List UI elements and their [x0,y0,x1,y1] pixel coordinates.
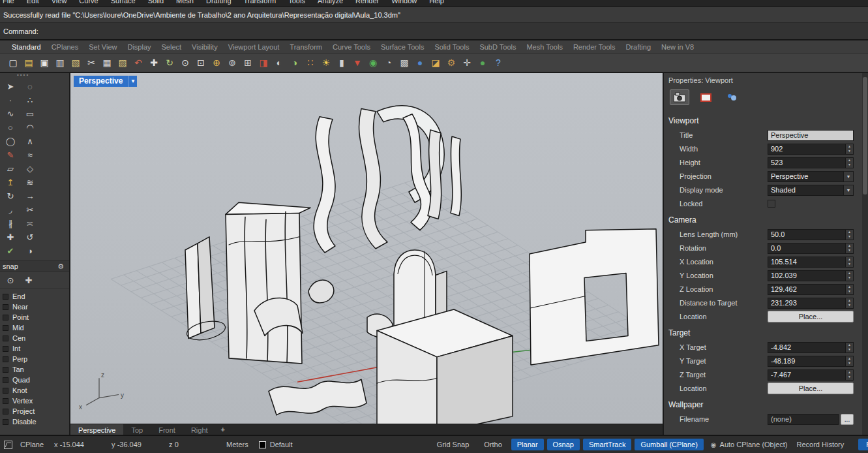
model-shape[interactable] [530,229,659,365]
toolbar-tab[interactable]: Viewport Layout [223,43,285,51]
ellipse-icon[interactable]: ◯ [1,134,20,148]
lasso-icon[interactable]: ◌ [21,80,39,93]
rotate-view-icon[interactable]: ↻ [162,55,177,70]
print-icon[interactable]: ▥ [52,55,68,70]
panel-scrollbar[interactable] [862,73,868,435]
display-mode-dropdown[interactable]: Shaded▼ [768,185,854,196]
command-history[interactable]: Successfully read file "C:\Users\loure\O… [0,7,868,23]
trim-icon[interactable]: ✂ [21,203,39,217]
surface-icon[interactable]: ▱ [1,162,20,176]
menu-item[interactable]: Tools [288,0,305,5]
cplane-grid-icon[interactable] [4,441,12,449]
menu-item[interactable]: Surface [111,0,136,5]
y-location-spinner[interactable]: ▲▼ [845,271,853,281]
osnap-item[interactable]: Knot [0,385,69,396]
target-place-button[interactable]: Place... [768,383,854,394]
circle-icon[interactable]: ○ [1,121,20,134]
layer-wedge-icon[interactable]: ▼ [350,55,365,70]
x-target-field[interactable]: -4.842▲▼ [768,342,854,353]
toolbar-tab[interactable]: Render Tools [568,43,621,51]
undo-icon[interactable]: ↶ [130,55,146,70]
camera-place-button[interactable]: Place... [768,311,854,322]
earth-icon[interactable]: ● [475,55,490,70]
copy-icon[interactable]: ▦ [99,55,115,70]
help-icon[interactable]: ? [490,55,506,70]
checkbox-icon[interactable] [3,325,8,331]
osnap-item[interactable]: Disable [0,416,69,427]
toolbar-tab[interactable]: New in V8 [656,43,699,51]
project-toggle-icon[interactable]: ✚ [20,273,38,287]
checkbox-icon[interactable] [3,336,8,341]
viewport-title[interactable]: Perspective [74,76,128,87]
viewport-canvas[interactable]: z y x [70,73,663,424]
viewport-rect-icon[interactable] [696,89,715,105]
z-target-spinner[interactable]: ▲▼ [845,370,853,380]
toolbar-tab[interactable]: Display [122,43,156,51]
toolbar-tab[interactable]: Mesh Tools [521,43,567,51]
rotation-field[interactable]: 0.0▲▼ [768,243,854,254]
model-shape[interactable] [198,237,215,334]
menu-item[interactable]: Window [391,0,417,5]
x-location-field[interactable]: 105.514▲▼ [768,257,854,268]
projection-dropdown[interactable]: Perspective▼ [768,171,854,182]
z-location-spinner[interactable]: ▲▼ [845,285,853,294]
display-mode-icon[interactable]: ◨ [256,55,271,70]
scrollbar-thumb[interactable] [863,77,867,195]
lens-spinner[interactable]: ▲▼ [845,230,853,240]
toolbar-tab[interactable]: Standard [7,43,46,51]
wireframe-icon[interactable]: ◐ [271,55,287,70]
lens-field[interactable]: 50.0▲▼ [768,229,854,240]
checkbox-icon[interactable] [3,377,8,383]
width-spinner[interactable]: ▲▼ [845,144,853,154]
color-wheel-icon[interactable]: ◉ [365,55,381,70]
viewport-tab[interactable]: Right [183,424,216,435]
check-icon[interactable]: ✔ [1,244,20,258]
osnap-item[interactable]: Perp [0,354,69,364]
model-shape[interactable] [269,379,367,415]
rectangle-icon[interactable]: ▭ [21,107,39,121]
menu-item[interactable]: File [3,0,14,5]
lightbulb-icon[interactable]: ☀ [318,55,334,70]
pan-hand-icon[interactable]: ✚ [146,55,162,70]
checkbox-icon[interactable] [3,419,8,425]
units-selector[interactable]: Meters [226,441,248,448]
distance-field[interactable]: 231.293▲▼ [768,298,854,309]
y-location-field[interactable]: 102.039▲▼ [768,270,854,281]
toolbar-tab[interactable]: Set View [83,43,122,51]
title-field[interactable]: Perspective [768,130,854,141]
zoom-extents-icon[interactable]: ⊕ [209,55,224,70]
viewport-tab[interactable]: Perspective [70,424,123,435]
display-droplet-icon[interactable] [722,89,741,105]
camera-icon[interactable] [670,89,689,105]
clipboard-icon[interactable]: ▧ [68,55,83,70]
z-location-field[interactable]: 129.462▲▼ [768,284,854,295]
chevron-down-icon[interactable]: ▼ [128,76,137,87]
curve-icon[interactable]: ∿ [1,107,20,121]
x-target-spinner[interactable]: ▲▼ [845,343,853,352]
point-icon[interactable]: ∙ [1,93,20,107]
viewport-tab[interactable]: Top [123,424,151,435]
osnap-item[interactable]: Project [0,406,69,416]
osnap-item[interactable]: Near [0,302,69,312]
filename-field[interactable]: (none) [768,414,839,425]
open-file-icon[interactable]: ▤ [21,55,37,70]
move-icon[interactable]: ✚ [1,230,20,244]
menu-item[interactable]: Edit [27,0,39,5]
checkbox-icon[interactable] [3,294,8,300]
toolbar-tab[interactable]: Solid Tools [429,43,474,51]
toolbar-tab[interactable]: SubD Tools [474,43,521,51]
model-shape[interactable] [226,213,302,364]
status-toggle[interactable]: Osnap [547,439,580,450]
extrude-icon[interactable]: ↥ [1,176,20,189]
osnap-item[interactable]: Mid [0,322,69,333]
model-shape[interactable] [428,130,441,219]
status-toggle[interactable]: Gumball (CPlane) [635,439,703,450]
pencil-icon[interactable]: ✎ [1,148,20,162]
split-icon[interactable]: ∦ [1,217,20,230]
loft-icon[interactable]: ≋ [21,176,39,189]
paste-icon[interactable]: ▨ [115,55,130,70]
osnap-item[interactable]: Quad [0,375,69,385]
add-viewport-tab-button[interactable]: + [216,424,230,435]
sweep-icon[interactable]: → [21,189,39,203]
object-snap-icon[interactable]: ◑ [287,55,303,70]
